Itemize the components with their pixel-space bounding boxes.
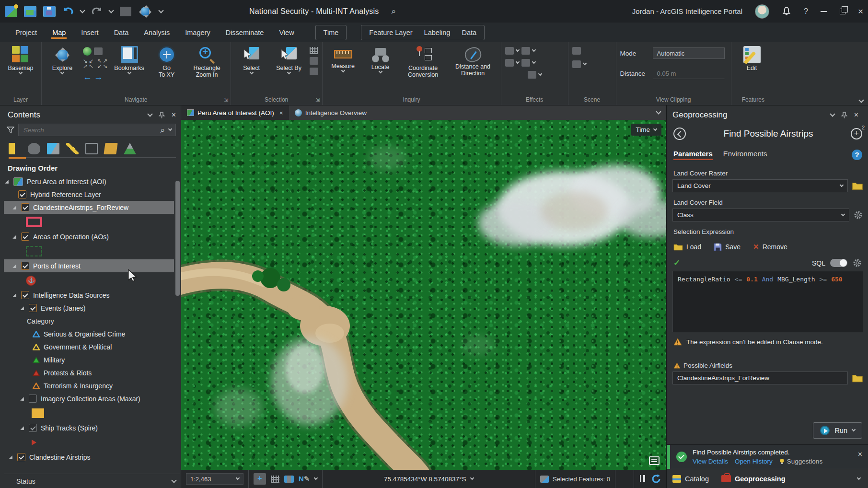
possible-airfields-input[interactable] [672,372,848,384]
previous-extent-icon[interactable] [94,47,103,55]
expander-icon[interactable] [12,235,16,238]
tree-row-status[interactable]: Status [4,474,180,488]
clip-distance-input[interactable]: 0.05 m [653,68,725,79]
tab-disseminate[interactable]: Disseminate [219,24,271,41]
select-by-button[interactable]: Select By [272,45,306,74]
legend-item-serious-crime[interactable]: Serious & Organised Crime [4,327,174,340]
list-by-drawing-order-icon[interactable] [9,143,21,154]
contents-search-input[interactable] [23,126,156,134]
layer-checkbox[interactable] [29,395,37,403]
list-by-editing-icon[interactable] [66,143,79,154]
save-edits-icon[interactable] [120,7,131,16]
suggestions-link[interactable]: Suggestions [779,458,822,465]
measure-button[interactable]: Measure [326,45,360,72]
layer-checkbox[interactable] [21,232,29,241]
tab-data-contextual[interactable]: Data [456,26,482,39]
expander-icon[interactable] [5,180,8,183]
legend-item-military[interactable]: Military [4,353,174,366]
expander-icon[interactable] [20,426,23,430]
expression-gear-icon[interactable] [852,258,862,268]
tab-insert[interactable]: Insert [74,24,105,41]
geo-menu-chevron-icon[interactable] [830,111,835,116]
map-back-forward-icons[interactable]: ←→ [83,72,109,82]
layer-row-areas-of-operation[interactable]: Areas of Operation (AOs) [4,230,174,243]
layer-row-clandestine-airstrips[interactable]: Clandestine Airstrips [4,451,174,464]
layer-row-ports-of-interest[interactable]: Ports of Interest [4,259,174,272]
signed-in-user[interactable]: Jordan - ArcGIS Intelligence Portal [632,7,742,15]
tab-feature-layer[interactable]: Feature Layer [363,26,418,39]
bookmarks-button[interactable]: Bookmarks [113,45,146,74]
search-icon[interactable]: ⌕ [392,7,396,15]
undo-icon[interactable] [62,6,74,17]
map-time-button[interactable]: Time [631,124,662,136]
restore-window-icon[interactable] [840,9,845,14]
dock-tabs-chevron-icon[interactable] [857,476,861,479]
save-project-icon[interactable] [43,6,56,17]
ground-scene-icon[interactable] [572,60,581,68]
tab-labeling[interactable]: Labeling [418,26,456,39]
open-project-icon[interactable] [24,6,36,17]
back-button[interactable] [673,128,686,140]
contents-search-chevron-icon[interactable] [168,127,172,131]
legend-item-protests[interactable]: Protests & Riots [4,366,174,379]
legend-item-government[interactable]: Government & Political [4,340,174,353]
layer-checkbox[interactable] [18,190,26,198]
close-window-icon[interactable]: × [858,6,863,17]
selected-features-readout[interactable]: Selected Features: 0 [540,476,610,483]
layer-checkbox[interactable] [29,424,37,432]
map-canvas[interactable]: Time [181,120,666,470]
attribute-grid-icon[interactable] [620,476,629,483]
attribute-table-icon[interactable] [310,47,318,54]
refresh-icon[interactable] [651,474,661,484]
explore-button[interactable]: Explore [46,45,79,74]
undo-dropdown-chevron-icon[interactable] [80,8,85,13]
imagery-symbol-swatch[interactable] [32,408,44,418]
add-tool-icon[interactable]: 2 [851,128,862,139]
open-history-link[interactable]: Open History [735,458,773,465]
tab-map[interactable]: Map [46,24,72,41]
clip-mode-select[interactable]: Automatic [653,47,725,59]
contents-menu-chevron-icon[interactable] [147,111,152,116]
layer-row-clandestine-airstrips-forreview[interactable]: ClandestineAirstrips_ForReview [4,201,174,214]
tool-help-icon[interactable]: ? [852,150,862,160]
qat-customize-chevron-icon[interactable] [158,8,163,13]
tab-environments[interactable]: Environments [723,150,767,160]
contents-search-icon[interactable]: ⌕ [160,126,165,134]
new-project-icon[interactable] [5,6,17,17]
pan-tool-button[interactable]: + [254,473,266,485]
help-icon[interactable]: ? [804,7,808,16]
run-options-chevron-icon[interactable] [852,428,856,431]
map-notification-icon[interactable] [649,456,660,465]
sql-expression-editor[interactable]: RectangleRatio<=0.1AndMBG_Length>=650 [672,271,863,332]
statusbar-tools-chevron-icon[interactable] [314,476,318,480]
clear-selection-icon[interactable] [310,57,318,65]
tab-project[interactable]: Project [9,24,44,41]
dock-tab-catalog[interactable]: Catalog [672,475,709,483]
browse-folder-icon[interactable] [852,373,863,383]
notifications-bell-icon[interactable] [782,7,791,16]
coordinate-conversion-button[interactable]: Coordinate Conversion [401,45,445,79]
distance-direction-button[interactable]: Distance and Direction [449,45,497,77]
layer-checkbox[interactable] [21,291,29,299]
blend-effect-icon[interactable] [505,59,514,67]
status-chevron-icon[interactable] [171,477,176,483]
geo-close-icon[interactable]: × [854,111,858,119]
tab-imagery[interactable]: Imagery [178,24,217,41]
sql-toggle[interactable] [830,259,847,267]
expander-icon[interactable] [20,306,23,310]
toast-close-icon[interactable]: × [858,449,862,458]
transparency-effect-icon[interactable] [528,71,536,79]
list-by-labeling-icon[interactable] [104,143,117,154]
run-button[interactable]: Run [813,422,862,439]
select-button[interactable]: Select [235,45,268,74]
redo-icon[interactable] [91,6,103,17]
zoom-to-selection-icon[interactable] [310,68,318,75]
browse-folder-icon[interactable] [852,181,863,190]
map-tab-intelligence-overview[interactable]: Intelligence Overview [289,105,372,120]
list-by-snapping-icon[interactable] [85,143,98,154]
edit-features-button[interactable]: Edit [735,45,769,71]
explore-tool-icon[interactable] [138,4,152,19]
locate-button[interactable]: Locate [364,45,397,73]
map-tab-peru-aoi[interactable]: Peru Area of Interest (AOI) × [181,105,289,120]
list-by-selection-icon[interactable] [47,143,59,154]
